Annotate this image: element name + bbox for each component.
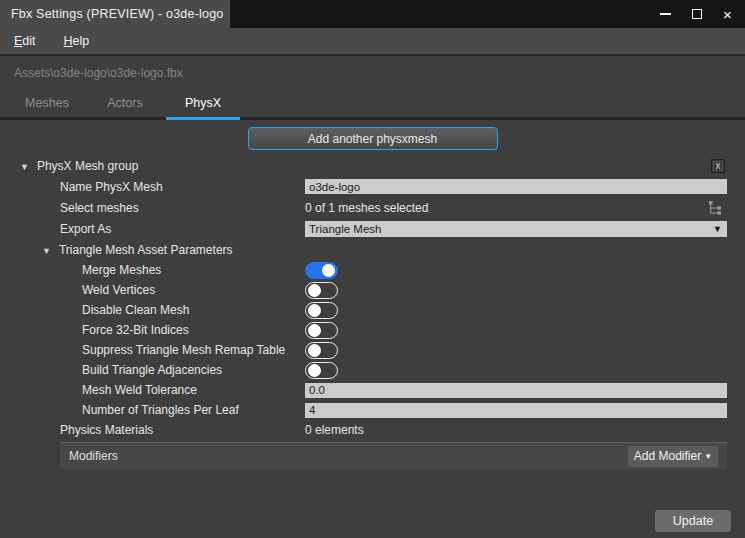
disable-clean-mesh-row: Disable Clean Mesh (0, 300, 745, 320)
name-physx-mesh-input[interactable] (305, 179, 727, 194)
add-physxmesh-button[interactable]: Add another physxmesh (248, 127, 498, 150)
disable-clean-mesh-toggle[interactable] (305, 302, 338, 319)
weld-vertices-row: Weld Vertices (0, 280, 745, 300)
physics-materials-value: 0 elements (305, 423, 364, 437)
group-title: PhysX Mesh group (37, 159, 138, 173)
modifiers-label: Modifiers (69, 449, 628, 463)
toggle-knob (308, 344, 321, 357)
export-as-select[interactable]: Triangle Mesh ▼ (305, 221, 727, 237)
modifiers-panel: Modifiers Add Modifier ▼ (60, 442, 727, 469)
toggle-knob (322, 264, 335, 277)
force-32bit-indices-row: Force 32-Bit Indices (0, 320, 745, 340)
force-32bit-indices-toggle[interactable] (305, 322, 338, 339)
select-meshes-label: Select meshes (0, 201, 139, 215)
collapse-chevron-icon[interactable]: ▼ (20, 162, 29, 172)
physics-materials-label: Physics Materials (0, 423, 153, 437)
select-meshes-value: 0 of 1 meshes selected (305, 201, 428, 215)
mesh-weld-tolerance-input[interactable] (305, 383, 727, 398)
footer: Update (0, 510, 745, 538)
export-as-row: Export As Triangle Mesh ▼ (0, 218, 745, 239)
build-triangle-adjacencies-label: Build Triangle Adjacencies (0, 363, 222, 377)
tab-actors[interactable]: Actors (86, 91, 164, 117)
triangles-per-leaf-input[interactable] (305, 403, 727, 418)
mesh-weld-tolerance-row: Mesh Weld Tolerance (0, 380, 745, 400)
suppress-remap-table-toggle[interactable] (305, 342, 338, 359)
export-as-label: Export As (0, 222, 111, 236)
build-triangle-adjacencies-toggle[interactable] (305, 362, 338, 379)
suppress-remap-table-row: Suppress Triangle Mesh Remap Table (0, 340, 745, 360)
group-close-button[interactable]: x (711, 159, 725, 173)
params-collapse-chevron-icon[interactable]: ▼ (42, 246, 51, 256)
maximize-button[interactable] (681, 0, 712, 28)
params-header-row: ▼Triangle Mesh Asset Parameters (0, 239, 745, 260)
mesh-weld-tolerance-label: Mesh Weld Tolerance (0, 383, 197, 397)
minimize-icon (660, 13, 671, 15)
physics-materials-row: Physics Materials 0 elements (0, 420, 745, 440)
menu-item-help[interactable]: Help (64, 34, 90, 48)
merge-meshes-toggle[interactable] (305, 262, 338, 279)
force-32bit-indices-label: Force 32-Bit Indices (0, 323, 189, 337)
close-icon: × (723, 7, 732, 22)
window-controls: × (650, 0, 743, 28)
breadcrumb: Assets\o3de-logo\o3de-logo.fbx (14, 66, 745, 80)
content-area: Assets\o3de-logo\o3de-logo.fbx Meshes Ac… (0, 56, 745, 538)
window-title: Fbx Settings (PREVIEW) - o3de-logo (11, 7, 223, 21)
add-mesh-button-row: Add another physxmesh (0, 127, 745, 150)
menubar: Edit Help (0, 28, 745, 56)
merge-meshes-label: Merge Meshes (0, 263, 161, 277)
tabbar: Meshes Actors PhysX (0, 91, 745, 117)
chevron-down-icon: ▼ (704, 452, 712, 461)
chevron-down-icon: ▼ (713, 224, 722, 234)
fbx-settings-window: Fbx Settings (PREVIEW) - o3de-logo × Edi… (0, 0, 745, 538)
toggle-knob (308, 324, 321, 337)
toggle-knob (308, 364, 321, 377)
params-title: Triangle Mesh Asset Parameters (59, 243, 233, 257)
add-modifier-button[interactable]: Add Modifier ▼ (628, 446, 718, 467)
triangles-per-leaf-label: Number of Triangles Per Leaf (0, 403, 239, 417)
toggle-knob (308, 284, 321, 297)
tab-meshes[interactable]: Meshes (8, 91, 86, 117)
build-triangle-adjacencies-row: Build Triangle Adjacencies (0, 360, 745, 380)
physx-mesh-group: ▼PhysX Mesh group x Name PhysX Mesh Sele… (0, 155, 745, 469)
update-button[interactable]: Update (655, 510, 731, 532)
add-modifier-label: Add Modifier (634, 449, 701, 463)
select-meshes-button[interactable] (703, 198, 725, 218)
disable-clean-mesh-label: Disable Clean Mesh (0, 303, 189, 317)
select-meshes-row: Select meshes 0 of 1 meshes selected (0, 197, 745, 218)
tab-underline-track (0, 117, 745, 120)
toggle-knob (308, 304, 321, 317)
suppress-remap-table-label: Suppress Triangle Mesh Remap Table (0, 343, 285, 357)
tab-physx[interactable]: PhysX (164, 91, 242, 117)
titlebar: Fbx Settings (PREVIEW) - o3de-logo × (0, 0, 745, 28)
weld-vertices-toggle[interactable] (305, 282, 338, 299)
scene-graph-icon (706, 199, 723, 216)
name-physx-mesh-label: Name PhysX Mesh (0, 180, 163, 194)
group-header-row: ▼PhysX Mesh group x (0, 155, 745, 176)
merge-meshes-row: Merge Meshes (0, 260, 745, 280)
group-close-icon: x (716, 160, 721, 171)
name-physx-mesh-row: Name PhysX Mesh (0, 176, 745, 197)
menu-item-edit[interactable]: Edit (14, 34, 36, 48)
weld-vertices-label: Weld Vertices (0, 283, 155, 297)
maximize-icon (692, 9, 702, 19)
minimize-button[interactable] (650, 0, 681, 28)
export-as-value: Triangle Mesh (309, 223, 381, 235)
close-button[interactable]: × (712, 0, 743, 28)
triangles-per-leaf-row: Number of Triangles Per Leaf (0, 400, 745, 420)
